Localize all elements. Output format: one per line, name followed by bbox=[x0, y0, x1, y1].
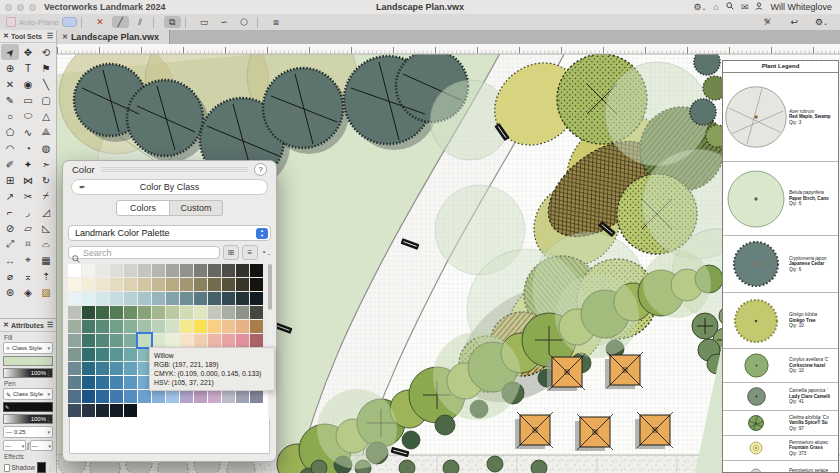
color-swatch[interactable] bbox=[124, 334, 137, 347]
color-swatch[interactable] bbox=[166, 390, 179, 403]
close-tab-icon[interactable]: ✕ bbox=[62, 33, 68, 41]
color-swatch[interactable] bbox=[222, 320, 235, 333]
color-swatch[interactable] bbox=[208, 320, 221, 333]
flyover-tool[interactable]: ⟲ bbox=[37, 44, 55, 60]
color-swatch[interactable] bbox=[180, 320, 193, 333]
color-swatch[interactable] bbox=[166, 292, 179, 305]
taper-tool[interactable]: ◺ bbox=[37, 220, 55, 236]
color-swatch[interactable] bbox=[68, 264, 81, 277]
color-swatch[interactable] bbox=[152, 264, 165, 277]
plant-legend-row[interactable]: Cryptomeria japonJapanese CedarQty: 6 bbox=[723, 236, 838, 293]
dimension-tool[interactable]: ↔ bbox=[1, 252, 19, 268]
line-end-marker-dropdown[interactable]: —▾ bbox=[30, 440, 53, 451]
color-swatch[interactable] bbox=[110, 264, 123, 277]
plant-legend[interactable]: Plant Legend Acer rubrumRed Maple, Swamp… bbox=[722, 60, 839, 473]
color-swatch[interactable] bbox=[124, 348, 137, 361]
detail-tool[interactable]: ◈ bbox=[19, 284, 37, 300]
list-view-button[interactable]: ≡ bbox=[242, 245, 258, 260]
color-swatch[interactable] bbox=[194, 278, 207, 291]
polygon-tool[interactable]: ⟁ bbox=[37, 124, 55, 140]
plant-legend-row[interactable]: Pennisetum setaceFountain Grass bbox=[723, 461, 838, 473]
marquee-select-button[interactable]: ▭ bbox=[196, 16, 213, 28]
triangle-tool[interactable]: △ bbox=[37, 108, 55, 124]
color-swatch[interactable] bbox=[222, 278, 235, 291]
render-settings-icon[interactable]: ⚙⌄ bbox=[813, 16, 830, 28]
polyline-tool[interactable]: ∿ bbox=[19, 124, 37, 140]
lasso-select-button[interactable]: ∽ bbox=[216, 16, 233, 28]
regular-polygon-tool[interactable]: ⬠ bbox=[1, 124, 19, 140]
select-similar-tool[interactable]: ➣ bbox=[37, 156, 55, 172]
color-swatch[interactable] bbox=[96, 320, 109, 333]
color-swatch[interactable] bbox=[82, 264, 95, 277]
connected-mode-button[interactable]: ⧉ bbox=[164, 16, 181, 28]
color-swatch[interactable] bbox=[82, 390, 95, 403]
color-swatch[interactable] bbox=[82, 348, 95, 361]
color-swatch[interactable] bbox=[166, 278, 179, 291]
mirror-tool[interactable]: ⋈ bbox=[19, 172, 37, 188]
plant-legend-row[interactable]: Ginkgo bilobaGinkgo TreeQty: 10 bbox=[723, 293, 838, 349]
color-swatch[interactable] bbox=[250, 306, 263, 319]
color-swatch[interactable] bbox=[180, 264, 193, 277]
color-swatch[interactable] bbox=[236, 306, 249, 319]
home-icon[interactable]: ⌂ bbox=[714, 3, 719, 12]
arc-tool[interactable]: ◠ bbox=[1, 140, 19, 156]
color-swatch[interactable] bbox=[68, 334, 81, 347]
connect-tool[interactable]: ⌐ bbox=[1, 204, 19, 220]
move-by-points-tool[interactable]: ↗ bbox=[1, 188, 19, 204]
color-swatch[interactable] bbox=[68, 376, 81, 389]
color-swatch[interactable] bbox=[250, 278, 263, 291]
color-swatch[interactable] bbox=[194, 320, 207, 333]
color-swatch[interactable] bbox=[152, 320, 165, 333]
dot-hatch-tool[interactable]: ◍ bbox=[37, 140, 55, 156]
color-swatch[interactable] bbox=[110, 320, 123, 333]
color-swatch[interactable] bbox=[68, 390, 81, 403]
color-swatch[interactable] bbox=[110, 376, 123, 389]
chamfer-tool[interactable]: ◿ bbox=[37, 204, 55, 220]
color-swatch[interactable] bbox=[96, 292, 109, 305]
plant-legend-row[interactable]: Corylus avellana 'CCorkscrew hazelQty: 1… bbox=[723, 349, 838, 383]
color-swatch[interactable] bbox=[166, 334, 179, 347]
color-options-dropdown[interactable]: ◔⌄ bbox=[261, 248, 271, 257]
color-swatch[interactable] bbox=[236, 292, 249, 305]
line-tool[interactable]: ╲ bbox=[37, 76, 55, 92]
color-swatch[interactable] bbox=[222, 390, 235, 403]
color-swatch[interactable] bbox=[138, 278, 151, 291]
color-swatch[interactable] bbox=[236, 278, 249, 291]
color-swatch[interactable] bbox=[124, 306, 137, 319]
document-tab[interactable]: ✕ Landscape Plan.vwx bbox=[57, 30, 170, 44]
resize-tool[interactable]: ⤢ bbox=[1, 236, 19, 252]
color-swatch[interactable] bbox=[68, 348, 81, 361]
color-swatch[interactable] bbox=[68, 362, 81, 375]
interactive-scale-button[interactable]: ⧈ bbox=[268, 16, 285, 28]
attribute-wand-tool[interactable]: ✦ bbox=[19, 156, 37, 172]
color-swatch[interactable] bbox=[194, 264, 207, 277]
pen-opacity-slider[interactable]: 100%⋮ bbox=[3, 414, 53, 424]
auto-plane-dropdown[interactable]: Auto-Plane bbox=[19, 18, 59, 27]
color-swatch[interactable] bbox=[138, 292, 151, 305]
color-swatch[interactable] bbox=[110, 306, 123, 319]
color-swatch[interactable] bbox=[110, 362, 123, 375]
tab-custom[interactable]: Custom bbox=[170, 200, 223, 216]
quarter-arc-tool[interactable]: ◔ bbox=[19, 140, 37, 156]
color-swatch[interactable] bbox=[96, 278, 109, 291]
circle-tool[interactable]: ○ bbox=[1, 108, 19, 124]
color-swatch[interactable] bbox=[166, 306, 179, 319]
color-swatch[interactable] bbox=[194, 306, 207, 319]
color-swatch[interactable] bbox=[68, 404, 81, 417]
color-swatch[interactable] bbox=[82, 306, 95, 319]
plant-legend-row[interactable]: Acer rubrumRed Maple, SwampQty: 3 bbox=[723, 73, 838, 162]
color-swatch[interactable] bbox=[208, 334, 221, 347]
color-swatch[interactable] bbox=[124, 264, 137, 277]
swatch-scrollbar[interactable] bbox=[268, 264, 272, 419]
color-swatch[interactable] bbox=[152, 390, 165, 403]
color-swatch[interactable] bbox=[208, 306, 221, 319]
color-swatch[interactable] bbox=[250, 334, 263, 347]
color-swatch[interactable] bbox=[82, 278, 95, 291]
callout-tool[interactable]: ⚑ bbox=[37, 60, 55, 76]
color-swatch[interactable] bbox=[110, 404, 123, 417]
color-swatch[interactable] bbox=[180, 334, 193, 347]
color-swatch-grid[interactable] bbox=[68, 264, 271, 417]
color-swatch[interactable] bbox=[96, 306, 109, 319]
grid-tool[interactable]: ▦ bbox=[37, 252, 55, 268]
protractor-tool[interactable]: ⌓ bbox=[37, 236, 55, 252]
